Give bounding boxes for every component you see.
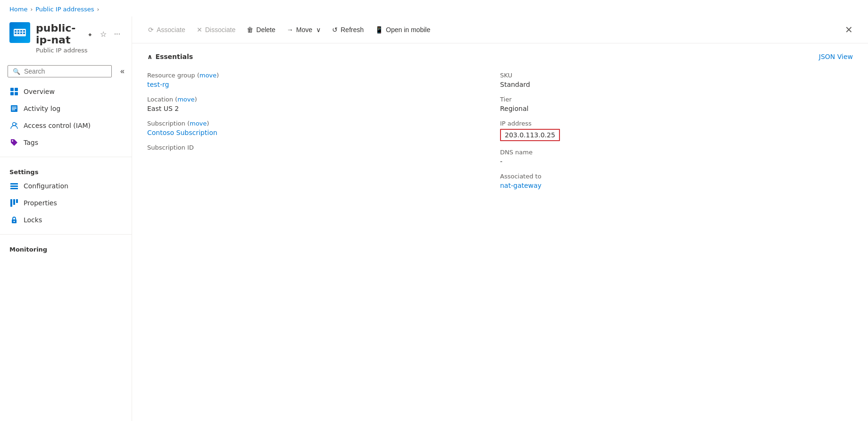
prop-associated-to: Associated to nat-gateway [500,169,853,193]
prop-location-value: East US 2 [147,105,500,112]
more-button[interactable]: ··· [112,28,122,40]
subscription-move-link[interactable]: move [190,120,207,127]
breadcrumb-sep-2: › [97,6,99,13]
svg-rect-21 [10,185,18,187]
associated-to-link[interactable]: nat-gateway [500,182,542,189]
essentials-header: ∧ Essentials JSON View [147,53,853,60]
refresh-button[interactable]: ↺ Refresh [327,23,368,36]
prop-subscription: Subscription (move) Contoso Subscription [147,116,500,140]
subscription-link[interactable]: Contoso Subscription [147,129,217,136]
prop-dns-name-value: - [500,158,853,165]
svg-rect-24 [13,199,15,205]
properties-icon [9,198,19,208]
nav-properties-label: Properties [24,199,57,207]
breadcrumb-public-ip[interactable]: Public IP addresses [35,6,94,13]
nav-access-control[interactable]: Access control (IAM) [0,117,132,134]
prop-associated-to-value: nat-gateway [500,182,853,189]
svg-rect-2 [15,33,17,34]
move-button[interactable]: → Move ∨ [282,23,326,36]
associate-button[interactable]: ⟳ Associate [143,23,190,36]
nav-configuration-label: Configuration [24,182,68,190]
nav-properties[interactable]: Properties [0,194,132,211]
resource-group-link[interactable]: test-rg [147,81,169,88]
nav-section-main: Overview Activity log [0,83,132,153]
configuration-icon [9,181,19,191]
prop-resource-group: Resource group (move) test-rg [147,68,500,92]
prop-dns-name-label: DNS name [500,149,853,156]
delete-icon: 🗑 [247,26,253,34]
essentials-toggle[interactable]: ∧ Essentials [147,53,193,60]
associate-label: Associate [157,26,185,34]
nav-activity-log-label: Activity log [24,105,60,112]
delete-label: Delete [256,26,275,34]
svg-rect-9 [10,88,14,91]
ip-address-highlighted: 203.0.113.0.25 [500,129,560,141]
close-button[interactable]: ✕ [841,22,857,37]
essentials-chevron: ∧ [147,53,152,60]
delete-button[interactable]: 🗑 Delete [242,23,280,36]
prop-tier-label: Tier [500,96,853,103]
prop-ip-address-value: 203.0.113.0.25 [500,129,853,141]
resource-icon [9,22,30,43]
open-mobile-label: Open in mobile [386,26,430,34]
svg-rect-3 [17,30,19,32]
mobile-icon: 📱 [375,26,383,34]
settings-divider [0,157,132,157]
collapse-button[interactable]: « [117,65,128,77]
svg-rect-23 [10,199,12,207]
resource-group-move-link[interactable]: move [200,72,217,79]
svg-rect-14 [12,107,17,108]
prop-location-label: Location (move) [147,96,500,103]
location-move-link[interactable]: move [177,96,194,103]
prop-subscription-label: Subscription (move) [147,120,500,127]
props-right-col: SKU Standard Tier Regional IP address [500,68,853,193]
prop-subscription-id-label: Subscription ID [147,144,500,151]
svg-rect-10 [15,88,18,91]
prop-location: Location (move) East US 2 [147,92,500,116]
monitoring-header: Monitoring [0,238,132,255]
prop-tier-value: Regional [500,105,853,112]
nav-locks-label: Locks [24,216,42,224]
svg-rect-7 [23,30,25,32]
nav-tags[interactable]: Tags [0,134,132,151]
svg-rect-8 [23,33,25,34]
svg-rect-12 [15,92,18,95]
essentials-label: Essentials [155,53,193,60]
monitoring-divider [0,234,132,235]
settings-header: Settings [0,161,132,177]
dissociate-label: Dissociate [205,26,236,34]
nav-overview[interactable]: Overview [0,83,132,100]
prop-associated-to-label: Associated to [500,173,853,180]
prop-tier: Tier Regional [500,92,853,116]
prop-ip-address-label: IP address [500,120,853,127]
svg-rect-16 [12,109,15,110]
nav-access-control-label: Access control (IAM) [24,122,91,129]
svg-rect-25 [16,199,18,203]
prop-subscription-value: Contoso Subscription [147,129,500,136]
associate-icon: ⟳ [148,26,154,34]
refresh-icon: ↺ [332,26,338,34]
prop-subscription-id: Subscription ID [147,140,500,157]
content-area: ∧ Essentials JSON View Resource group (m… [132,43,868,421]
search-input[interactable] [24,67,107,75]
nav-locks[interactable]: Locks [0,211,132,228]
prop-sku: SKU Standard [500,68,853,92]
properties-grid: Resource group (move) test-rg Location (… [147,68,853,193]
nav-overview-label: Overview [24,88,55,95]
dissociate-button[interactable]: ✕ Dissociate [192,23,241,36]
nav-activity-log[interactable]: Activity log [0,100,132,117]
breadcrumb-home[interactable]: Home [9,6,27,13]
svg-rect-20 [10,183,18,185]
open-mobile-button[interactable]: 📱 Open in mobile [370,23,435,36]
favorite-button[interactable]: ☆ [98,28,108,41]
sidebar: public-ip-nat ⬥ ☆ ··· Public IP address … [0,17,132,421]
tags-icon [9,138,19,147]
overview-icon [9,87,19,96]
pin-button[interactable]: ⬥ [86,28,94,40]
search-container: 🔍 « [0,61,132,83]
nav-configuration[interactable]: Configuration [0,177,132,194]
svg-point-19 [12,140,13,142]
resource-name: public-ip-nat [36,22,82,46]
nav-tags-label: Tags [24,139,38,146]
json-view-link[interactable]: JSON View [819,53,853,60]
